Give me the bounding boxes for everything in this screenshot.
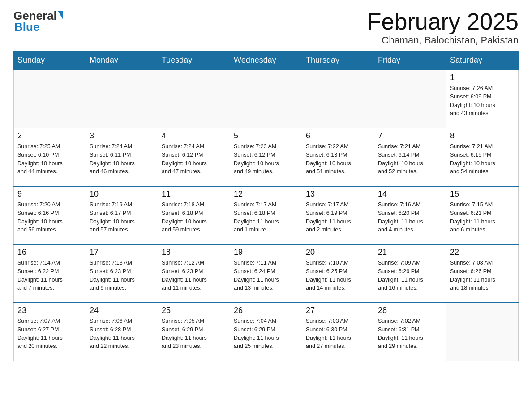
calendar-table: SundayMondayTuesdayWednesdayThursdayFrid… bbox=[13, 51, 519, 361]
day-info: Sunrise: 7:08 AMSunset: 6:26 PMDaylight:… bbox=[450, 259, 515, 292]
day-cell bbox=[302, 70, 374, 128]
day-number: 19 bbox=[234, 248, 298, 257]
day-cell: 25Sunrise: 7:05 AMSunset: 6:29 PMDayligh… bbox=[158, 303, 230, 361]
day-cell: 4Sunrise: 7:24 AMSunset: 6:12 PMDaylight… bbox=[158, 128, 230, 186]
day-info: Sunrise: 7:12 AMSunset: 6:23 PMDaylight:… bbox=[162, 259, 226, 292]
day-cell: 18Sunrise: 7:12 AMSunset: 6:23 PMDayligh… bbox=[158, 244, 230, 303]
week-row-2: 2Sunrise: 7:25 AMSunset: 6:10 PMDaylight… bbox=[14, 128, 519, 186]
col-header-wednesday: Wednesday bbox=[230, 51, 302, 70]
day-cell: 6Sunrise: 7:22 AMSunset: 6:13 PMDaylight… bbox=[302, 128, 374, 186]
col-header-tuesday: Tuesday bbox=[158, 51, 230, 70]
day-cell bbox=[446, 303, 519, 361]
day-cell: 3Sunrise: 7:24 AMSunset: 6:11 PMDaylight… bbox=[86, 128, 158, 186]
page-header: General Blue February 2025 Chaman, Baloc… bbox=[13, 9, 519, 46]
day-cell: 19Sunrise: 7:11 AMSunset: 6:24 PMDayligh… bbox=[230, 244, 302, 303]
day-number: 11 bbox=[162, 189, 226, 199]
week-row-4: 16Sunrise: 7:14 AMSunset: 6:22 PMDayligh… bbox=[14, 244, 519, 303]
day-info: Sunrise: 7:20 AMSunset: 6:16 PMDaylight:… bbox=[17, 201, 82, 234]
day-info: Sunrise: 7:03 AMSunset: 6:30 PMDaylight:… bbox=[306, 317, 370, 351]
day-cell: 22Sunrise: 7:08 AMSunset: 6:26 PMDayligh… bbox=[446, 244, 519, 303]
day-number: 17 bbox=[90, 248, 154, 257]
day-cell: 21Sunrise: 7:09 AMSunset: 6:26 PMDayligh… bbox=[374, 244, 446, 303]
calendar-header-row: SundayMondayTuesdayWednesdayThursdayFrid… bbox=[14, 51, 519, 70]
day-cell: 23Sunrise: 7:07 AMSunset: 6:27 PMDayligh… bbox=[14, 303, 86, 361]
day-number: 28 bbox=[378, 306, 442, 315]
day-info: Sunrise: 7:17 AMSunset: 6:18 PMDaylight:… bbox=[234, 201, 298, 234]
day-info: Sunrise: 7:21 AMSunset: 6:14 PMDaylight:… bbox=[378, 142, 442, 176]
day-number: 27 bbox=[306, 306, 370, 315]
day-number: 6 bbox=[306, 131, 370, 141]
day-cell: 9Sunrise: 7:20 AMSunset: 6:16 PMDaylight… bbox=[14, 186, 86, 244]
day-info: Sunrise: 7:05 AMSunset: 6:29 PMDaylight:… bbox=[162, 317, 226, 351]
week-row-1: 1Sunrise: 7:26 AMSunset: 6:09 PMDaylight… bbox=[14, 70, 519, 128]
day-info: Sunrise: 7:11 AMSunset: 6:24 PMDaylight:… bbox=[234, 259, 298, 292]
day-number: 10 bbox=[90, 189, 154, 199]
day-info: Sunrise: 7:14 AMSunset: 6:22 PMDaylight:… bbox=[17, 259, 82, 292]
day-info: Sunrise: 7:07 AMSunset: 6:27 PMDaylight:… bbox=[17, 317, 82, 351]
day-number: 9 bbox=[17, 189, 82, 199]
day-cell bbox=[230, 70, 302, 128]
day-info: Sunrise: 7:24 AMSunset: 6:11 PMDaylight:… bbox=[90, 142, 154, 176]
day-number: 4 bbox=[162, 131, 226, 141]
day-number: 20 bbox=[306, 248, 370, 257]
day-cell bbox=[86, 70, 158, 128]
day-cell: 24Sunrise: 7:06 AMSunset: 6:28 PMDayligh… bbox=[86, 303, 158, 361]
location-subtitle: Chaman, Balochistan, Pakistan bbox=[367, 34, 519, 46]
day-info: Sunrise: 7:22 AMSunset: 6:13 PMDaylight:… bbox=[306, 142, 370, 176]
day-cell: 15Sunrise: 7:15 AMSunset: 6:21 PMDayligh… bbox=[446, 186, 519, 244]
col-header-sunday: Sunday bbox=[14, 51, 86, 70]
day-cell: 16Sunrise: 7:14 AMSunset: 6:22 PMDayligh… bbox=[14, 244, 86, 303]
day-info: Sunrise: 7:06 AMSunset: 6:28 PMDaylight:… bbox=[90, 317, 154, 351]
logo-blue-text: Blue bbox=[13, 20, 39, 34]
day-info: Sunrise: 7:10 AMSunset: 6:25 PMDaylight:… bbox=[306, 259, 370, 292]
day-number: 8 bbox=[450, 131, 515, 141]
day-number: 25 bbox=[162, 306, 226, 315]
day-cell: 8Sunrise: 7:21 AMSunset: 6:15 PMDaylight… bbox=[446, 128, 519, 186]
day-info: Sunrise: 7:15 AMSunset: 6:21 PMDaylight:… bbox=[450, 201, 515, 234]
day-cell bbox=[14, 70, 86, 128]
day-info: Sunrise: 7:04 AMSunset: 6:29 PMDaylight:… bbox=[234, 317, 298, 351]
day-info: Sunrise: 7:18 AMSunset: 6:18 PMDaylight:… bbox=[162, 201, 226, 234]
day-cell: 2Sunrise: 7:25 AMSunset: 6:10 PMDaylight… bbox=[14, 128, 86, 186]
day-number: 2 bbox=[17, 131, 82, 141]
day-number: 24 bbox=[90, 306, 154, 315]
col-header-thursday: Thursday bbox=[302, 51, 374, 70]
day-number: 23 bbox=[17, 306, 82, 315]
month-year-title: February 2025 bbox=[367, 9, 519, 34]
col-header-monday: Monday bbox=[86, 51, 158, 70]
logo-triangle-icon bbox=[58, 11, 63, 20]
day-cell: 10Sunrise: 7:19 AMSunset: 6:17 PMDayligh… bbox=[86, 186, 158, 244]
day-number: 22 bbox=[450, 248, 515, 257]
day-info: Sunrise: 7:21 AMSunset: 6:15 PMDaylight:… bbox=[450, 142, 515, 176]
day-number: 14 bbox=[378, 189, 442, 199]
day-info: Sunrise: 7:13 AMSunset: 6:23 PMDaylight:… bbox=[90, 259, 154, 292]
title-section: February 2025 Chaman, Balochistan, Pakis… bbox=[367, 9, 519, 46]
week-row-3: 9Sunrise: 7:20 AMSunset: 6:16 PMDaylight… bbox=[14, 186, 519, 244]
day-number: 21 bbox=[378, 248, 442, 257]
day-cell: 20Sunrise: 7:10 AMSunset: 6:25 PMDayligh… bbox=[302, 244, 374, 303]
day-cell: 13Sunrise: 7:17 AMSunset: 6:19 PMDayligh… bbox=[302, 186, 374, 244]
day-cell: 11Sunrise: 7:18 AMSunset: 6:18 PMDayligh… bbox=[158, 186, 230, 244]
day-info: Sunrise: 7:02 AMSunset: 6:31 PMDaylight:… bbox=[378, 317, 442, 351]
day-number: 7 bbox=[378, 131, 442, 141]
day-cell: 7Sunrise: 7:21 AMSunset: 6:14 PMDaylight… bbox=[374, 128, 446, 186]
col-header-friday: Friday bbox=[374, 51, 446, 70]
week-row-5: 23Sunrise: 7:07 AMSunset: 6:27 PMDayligh… bbox=[14, 303, 519, 361]
day-cell: 27Sunrise: 7:03 AMSunset: 6:30 PMDayligh… bbox=[302, 303, 374, 361]
day-number: 1 bbox=[450, 73, 515, 82]
day-number: 15 bbox=[450, 189, 515, 199]
day-cell: 17Sunrise: 7:13 AMSunset: 6:23 PMDayligh… bbox=[86, 244, 158, 303]
day-number: 13 bbox=[306, 189, 370, 199]
day-cell bbox=[158, 70, 230, 128]
day-cell: 28Sunrise: 7:02 AMSunset: 6:31 PMDayligh… bbox=[374, 303, 446, 361]
day-cell: 12Sunrise: 7:17 AMSunset: 6:18 PMDayligh… bbox=[230, 186, 302, 244]
day-info: Sunrise: 7:24 AMSunset: 6:12 PMDaylight:… bbox=[162, 142, 226, 176]
day-number: 5 bbox=[234, 131, 298, 141]
day-info: Sunrise: 7:26 AMSunset: 6:09 PMDaylight:… bbox=[450, 84, 515, 118]
day-info: Sunrise: 7:19 AMSunset: 6:17 PMDaylight:… bbox=[90, 201, 154, 234]
day-number: 18 bbox=[162, 248, 226, 257]
day-cell: 5Sunrise: 7:23 AMSunset: 6:12 PMDaylight… bbox=[230, 128, 302, 186]
day-info: Sunrise: 7:23 AMSunset: 6:12 PMDaylight:… bbox=[234, 142, 298, 176]
day-number: 12 bbox=[234, 189, 298, 199]
day-cell: 26Sunrise: 7:04 AMSunset: 6:29 PMDayligh… bbox=[230, 303, 302, 361]
